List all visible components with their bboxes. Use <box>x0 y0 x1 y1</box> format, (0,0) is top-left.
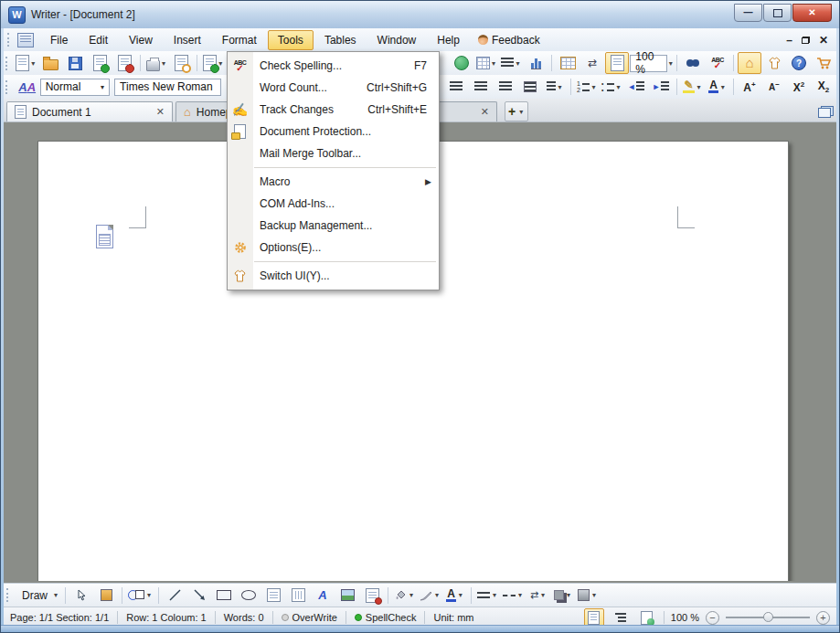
grow-font-button[interactable]: A+ <box>738 76 761 98</box>
drawbar-grip[interactable] <box>6 588 12 602</box>
new-tab-dropdown-arrow[interactable]: ▾ <box>517 108 525 116</box>
menu-file[interactable]: File <box>40 30 78 50</box>
window-list-icon[interactable] <box>818 106 834 118</box>
zoom-out-button[interactable]: − <box>706 611 719 625</box>
select-objects-button[interactable] <box>69 585 93 607</box>
menu-view[interactable]: View <box>119 30 163 50</box>
style-combobox[interactable]: Normal▾ <box>40 79 110 96</box>
menuitem-backup-management[interactable]: Backup Management... <box>228 215 439 237</box>
mdi-minimize-icon[interactable]: – <box>786 36 792 45</box>
menu-format[interactable]: Format <box>212 30 267 50</box>
table-tools-button[interactable] <box>556 52 579 74</box>
menuitem-options[interactable]: Options(E)... <box>228 237 439 258</box>
word-count-status[interactable]: Words: 0 <box>224 612 264 623</box>
menu-window[interactable]: Window <box>367 30 427 50</box>
menu-help[interactable]: Help <box>427 30 470 50</box>
clip-art-button[interactable] <box>360 585 384 607</box>
dash-style-button[interactable]: ▾ <box>501 585 526 607</box>
bullet-list-button[interactable]: • • ▾ <box>600 76 623 98</box>
justify-button[interactable] <box>494 76 517 98</box>
skin-button[interactable] <box>762 52 786 74</box>
outline-view-button[interactable] <box>611 608 631 627</box>
line-spacing-button[interactable]: ▾ <box>543 76 567 98</box>
increase-indent-button[interactable]: ► <box>649 76 673 98</box>
menuitem-word-count[interactable]: Word Count... Ctrl+Shift+G <box>228 77 439 99</box>
threed-style-button[interactable]: ▾ <box>576 585 600 607</box>
home-button[interactable]: ⌂ <box>738 52 761 74</box>
mdi-restore-icon[interactable] <box>802 37 810 44</box>
save-button[interactable] <box>63 52 87 74</box>
text-box-button[interactable] <box>261 585 285 607</box>
menuitem-document-protection[interactable]: Document Protection... <box>228 121 439 142</box>
autoshapes-button[interactable]: ▾ <box>126 585 154 607</box>
menu-insert[interactable]: Insert <box>164 30 211 50</box>
draw-menu-button[interactable]: Draw ▾ <box>16 585 61 607</box>
unit-status[interactable]: Unit: mm <box>433 612 473 623</box>
print-preview-button[interactable] <box>169 52 193 74</box>
page-view-button[interactable] <box>584 608 604 627</box>
menu-feedback[interactable]: Feedback <box>471 31 548 49</box>
align-right-button[interactable] <box>469 76 493 98</box>
minimize-button[interactable]: — <box>734 4 762 22</box>
menuitem-track-changes[interactable]: ✍ Track Changes Ctrl+Shift+E <box>228 99 439 121</box>
line-width-button[interactable]: ▾ <box>475 585 500 607</box>
highlight-button[interactable]: ✎▾ <box>681 76 705 98</box>
tab-document-1[interactable]: Document 1 ✕ <box>6 101 173 121</box>
page-layout-button[interactable] <box>605 52 629 74</box>
save-as-button[interactable] <box>88 52 112 74</box>
tab-homepage-close-icon[interactable]: ✕ <box>481 106 489 118</box>
overwrite-toggle[interactable]: OverWrite <box>282 612 337 623</box>
new-document-button[interactable]: ▾ <box>14 52 37 74</box>
distribute-button[interactable] <box>518 76 542 98</box>
export-pdf-button[interactable] <box>112 52 136 74</box>
status-zoom-value[interactable]: 100 % <box>671 612 699 623</box>
menubar-grip[interactable] <box>7 33 13 47</box>
font-combobox[interactable]: Times New Roman <box>114 79 221 96</box>
shadow-style-button[interactable]: ▾ <box>551 585 575 607</box>
zoom-in-button[interactable]: + <box>816 611 830 625</box>
zoom-dropdown-arrow[interactable]: ▾ <box>668 59 673 68</box>
row-column-status[interactable]: Row: 1 Coloum: 1 <box>126 612 206 623</box>
store-button[interactable] <box>812 52 835 74</box>
arrow-style-button[interactable]: ⇄▾ <box>526 585 550 607</box>
zoom-slider-thumb[interactable] <box>763 612 773 622</box>
toolbar2-grip[interactable] <box>5 80 11 94</box>
insert-table-button[interactable]: ▾ <box>474 52 498 74</box>
menu-tools[interactable]: Tools <box>268 30 314 50</box>
insert-picture-button[interactable] <box>335 585 359 607</box>
menuitem-com-add-ins[interactable]: COM Add-Ins... <box>228 193 439 215</box>
menuitem-mail-merge-toolbar[interactable]: Mail Merge Toolbar... <box>228 142 439 164</box>
numbered-list-button[interactable]: 1 2 ▾ <box>575 76 599 98</box>
toolbar1-grip[interactable] <box>5 57 9 70</box>
line-button[interactable] <box>163 585 186 607</box>
close-button[interactable]: ✕ <box>792 4 832 22</box>
menu-tables[interactable]: Tables <box>314 30 367 50</box>
open-button[interactable] <box>38 52 62 74</box>
menu-edit[interactable]: Edit <box>79 30 118 50</box>
align-center-button[interactable] <box>444 76 468 98</box>
page-section-status[interactable]: Page: 1/1 Section: 1/1 <box>10 612 109 623</box>
superscript-button[interactable]: X2 <box>787 76 811 98</box>
menuitem-check-spelling[interactable]: ABC✓ Check Spelling... F7 <box>228 55 439 77</box>
spellcheck-toggle[interactable]: SpellCheck <box>355 612 417 623</box>
select-multiple-button[interactable] <box>94 585 118 607</box>
menuitem-switch-ui[interactable]: Switch UI(Y)... <box>228 265 439 287</box>
wordart-button[interactable]: A <box>311 585 335 607</box>
decrease-indent-button[interactable]: ◄ <box>624 76 648 98</box>
menuitem-macro[interactable]: Macro ▶ <box>228 171 439 193</box>
columns-button[interactable]: ▾ <box>499 52 523 74</box>
styles-button[interactable]: AA <box>16 76 39 98</box>
document-icon[interactable] <box>17 33 34 47</box>
zoom-slider[interactable] <box>726 617 810 618</box>
zoom-combobox[interactable]: 100 % <box>630 55 667 72</box>
find-button[interactable] <box>681 52 705 74</box>
import-export-button[interactable]: ▾ <box>201 52 225 74</box>
insert-chart-button[interactable] <box>524 52 548 74</box>
mdi-close-icon[interactable]: ✕ <box>819 36 828 45</box>
font-color-button[interactable]: A▾ <box>706 76 729 98</box>
line-color-button[interactable]: ▾ <box>418 585 442 607</box>
subscript-button[interactable]: X2 <box>812 76 835 98</box>
web-preview-button[interactable] <box>450 52 473 74</box>
fill-color-button[interactable]: ▾ <box>392 585 417 607</box>
ellipse-button[interactable] <box>237 585 261 607</box>
